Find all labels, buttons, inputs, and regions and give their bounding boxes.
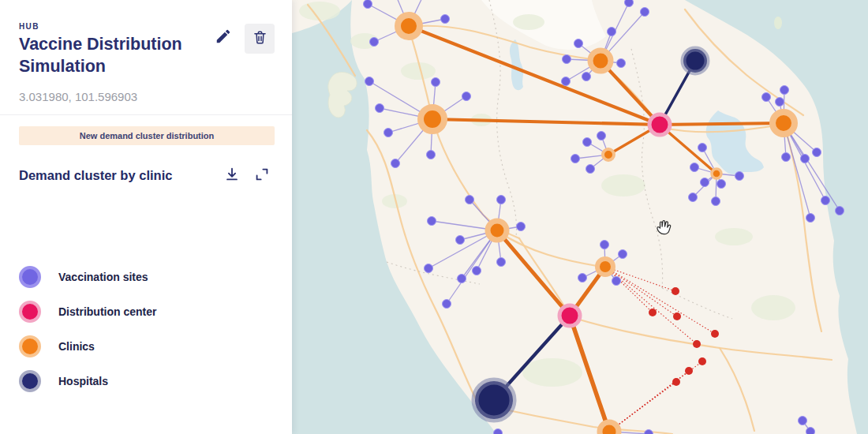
vaccination-site-node[interactable] [690, 163, 699, 172]
vaccination-site-node[interactable] [370, 38, 379, 47]
vaccination-site-node[interactable] [563, 55, 571, 64]
vaccination-site-node[interactable] [497, 258, 506, 267]
vaccination-site-node[interactable] [583, 138, 592, 147]
edit-button[interactable] [210, 24, 237, 51]
vaccination-site-node[interactable] [806, 428, 815, 434]
forest-patch [522, 358, 582, 387]
vaccination-site-node[interactable] [821, 196, 830, 205]
clinic-node[interactable] [603, 149, 614, 160]
vaccination-site-node[interactable] [571, 155, 580, 163]
clinic-node[interactable] [773, 112, 795, 134]
sidebar: HUB Vaccine Distribution Simulation [0, 0, 292, 434]
clinic-node[interactable] [421, 107, 444, 131]
demand-point-node[interactable] [649, 309, 657, 316]
vaccination-site-node[interactable] [428, 217, 436, 226]
vaccination-site-node[interactable] [391, 159, 400, 168]
download-icon [223, 166, 241, 185]
vaccination-site-node[interactable] [578, 274, 587, 282]
distribution-center-node[interactable] [649, 114, 670, 135]
hospital-node[interactable] [683, 49, 707, 73]
clinic-node[interactable] [590, 51, 611, 71]
vaccination-site-node[interactable] [641, 8, 649, 17]
vaccination-site-node[interactable] [689, 193, 698, 202]
legend-label: Clinics [58, 340, 95, 353]
sidebar-header: HUB Vaccine Distribution Simulation [19, 0, 275, 77]
map-canvas[interactable] [292, 0, 868, 434]
vaccination-site-node[interactable] [806, 214, 815, 223]
vaccination-site-node[interactable] [562, 77, 571, 86]
legend-item-clinics: Clinics [19, 335, 275, 358]
distribution-center-node[interactable] [559, 305, 580, 326]
vaccination-site-node[interactable] [443, 300, 451, 309]
new-demand-banner[interactable]: New demand cluster distribution [19, 126, 275, 145]
clinic-node[interactable] [600, 422, 619, 434]
vaccination-site-node[interactable] [466, 196, 474, 204]
vaccination-site-node[interactable] [441, 15, 450, 24]
forest-patch [601, 174, 645, 196]
vaccination-sites-swatch [19, 266, 41, 288]
islet [774, 17, 782, 29]
demand-point-node[interactable] [673, 312, 681, 320]
forest-patch [299, 2, 340, 21]
clinic-node[interactable] [488, 221, 507, 240]
header-actions [210, 24, 275, 54]
vaccination-site-node[interactable] [462, 92, 471, 101]
vaccination-site-node[interactable] [364, 0, 372, 9]
vaccination-site-node[interactable] [735, 172, 744, 181]
vaccination-site-node[interactable] [458, 275, 466, 283]
vaccination-site-node[interactable] [582, 73, 591, 81]
vaccination-site-node[interactable] [762, 93, 771, 102]
vaccination-site-node[interactable] [494, 429, 503, 434]
page-title: Vaccine Distribution Simulation [19, 34, 204, 77]
vaccination-site-node[interactable] [712, 197, 720, 206]
legend-item-vaccination-sites: Vaccination sites [19, 265, 275, 289]
vaccination-site-node[interactable] [456, 236, 465, 245]
vaccination-site-node[interactable] [384, 129, 393, 137]
vaccination-site-node[interactable] [425, 264, 433, 273]
demand-point-node[interactable] [672, 287, 679, 295]
vaccination-site-node[interactable] [698, 144, 707, 152]
demand-point-node[interactable] [711, 330, 719, 338]
vaccination-site-node[interactable] [608, 28, 616, 36]
vaccination-site-node[interactable] [597, 132, 606, 140]
vaccination-site-node[interactable] [701, 178, 709, 187]
divider [0, 114, 292, 115]
demand-point-node[interactable] [693, 340, 701, 348]
map[interactable] [292, 0, 868, 434]
vaccination-site-node[interactable] [600, 241, 609, 249]
vaccination-site-node[interactable] [717, 180, 726, 189]
vaccination-site-node[interactable] [586, 165, 595, 174]
clinic-node[interactable] [712, 169, 721, 178]
vaccination-site-node[interactable] [432, 78, 440, 87]
supply-route [660, 123, 784, 125]
vaccination-site-node[interactable] [365, 77, 374, 86]
vaccination-site-node[interactable] [473, 267, 481, 275]
vaccination-site-node[interactable] [813, 148, 821, 157]
vaccination-site-node[interactable] [776, 98, 784, 107]
hospital-node[interactable] [475, 381, 513, 419]
vaccination-site-node[interactable] [517, 223, 526, 231]
vaccination-site-node[interactable] [427, 151, 436, 159]
vaccination-site-node[interactable] [780, 86, 789, 95]
expand-button[interactable] [249, 163, 275, 188]
delete-button[interactable] [245, 24, 275, 54]
demand-point-node[interactable] [685, 367, 693, 375]
vaccination-site-node[interactable] [782, 153, 791, 162]
vaccination-site-node[interactable] [836, 207, 844, 215]
demand-point-node[interactable] [672, 378, 680, 386]
vaccination-site-node[interactable] [376, 104, 384, 113]
clinic-node[interactable] [398, 15, 420, 37]
vaccination-site-node[interactable] [617, 59, 626, 68]
vaccination-site-node[interactable] [619, 250, 627, 259]
legend: Vaccination sites Distribution center Cl… [19, 265, 275, 393]
vaccination-site-node[interactable] [612, 277, 621, 286]
vaccination-site-node[interactable] [799, 417, 807, 425]
vaccination-site-node[interactable] [625, 0, 634, 7]
vaccination-site-node[interactable] [574, 39, 583, 48]
vaccination-site-node[interactable] [801, 155, 810, 163]
section-title: Demand cluster by clinic [19, 168, 215, 183]
clinic-node[interactable] [597, 259, 613, 275]
download-button[interactable] [219, 163, 245, 188]
demand-point-node[interactable] [698, 357, 706, 365]
vaccination-site-node[interactable] [497, 196, 506, 204]
